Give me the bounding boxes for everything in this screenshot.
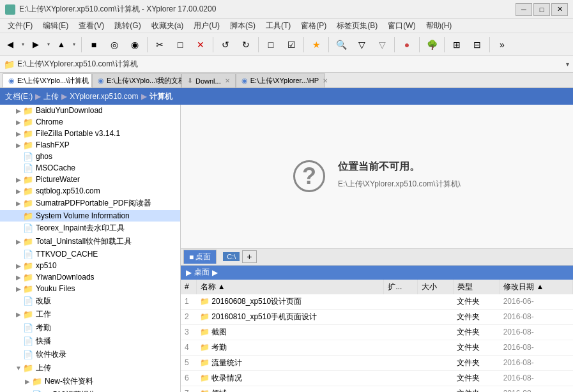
tree-item[interactable]: ▶📁Youku Files (0, 283, 180, 294)
back-button[interactable]: ◀ (3, 36, 18, 54)
tree-item[interactable]: 📄软件收录 (0, 348, 180, 361)
tree-expand[interactable]: ▶ (14, 285, 23, 292)
search-button[interactable]: 🔍 (332, 36, 351, 54)
refresh-button[interactable]: ◎ (105, 36, 124, 54)
filter2-button[interactable]: ▽ (372, 36, 392, 54)
tree-item[interactable]: 📄xp510运营报告 (0, 388, 180, 392)
tree-item[interactable]: ▶📁BaiduYunDownload (0, 105, 180, 116)
tree-expand[interactable]: ▶ (14, 119, 23, 126)
undo-button[interactable]: ↺ (216, 36, 235, 54)
drive-label[interactable]: C:\ (223, 252, 240, 261)
menu-item[interactable]: 窗格(P) (296, 19, 332, 33)
table-row[interactable]: 7📁 领域...文件夹2016-08- (181, 386, 573, 392)
menu-item[interactable]: 窗口(W) (383, 19, 420, 33)
tree-item[interactable]: ▼📁上传 (0, 361, 180, 375)
tree-expand[interactable]: ▶ (14, 130, 23, 137)
forward-dropdown[interactable]: ▾ (44, 36, 53, 54)
tab-2[interactable]: ⬇ Downl... ✕ (181, 73, 236, 87)
up-dropdown[interactable]: ▾ (70, 36, 79, 54)
pie-button[interactable]: ● (397, 36, 416, 54)
tree-expand[interactable]: ▶ (14, 262, 23, 269)
table-row[interactable]: 6📁 收录情况文件夹2016-08- (181, 370, 573, 386)
table-row[interactable]: 4📁 考勤文件夹2016-08- (181, 340, 573, 355)
tree-item[interactable]: ▶📁PictureWater (0, 174, 180, 185)
add-panel-button[interactable]: + (242, 250, 256, 263)
tree-item[interactable]: 📁System Volume Information (0, 210, 180, 222)
tree-item[interactable]: ▶📁SumatraPDFPortable_PDF阅读器 (0, 197, 180, 210)
menu-item[interactable]: 文件(F) (3, 19, 38, 33)
tab-1[interactable]: ◉ E:\上传\XYplo...\我的文档 ✕ (92, 73, 181, 87)
col-type[interactable]: 类型 (453, 280, 499, 294)
forward-button[interactable]: ▶ (28, 36, 43, 54)
tree-item[interactable]: 📄TTKVOD_CACHE (0, 248, 180, 260)
tree-expand[interactable]: ▶ (14, 188, 23, 195)
back-dropdown[interactable]: ▾ (19, 36, 27, 54)
col-ext[interactable]: 扩... (384, 280, 418, 294)
menu-item[interactable]: 用户(U) (188, 19, 225, 33)
col-size[interactable]: 大小 (418, 280, 454, 294)
redo-button[interactable]: ↻ (236, 36, 256, 54)
tab-close-2[interactable]: ✕ (225, 77, 230, 84)
tree-item[interactable]: ▶📁FlashFXP (0, 139, 180, 151)
tree-item[interactable]: ▶📁工作 (0, 308, 180, 321)
more-button[interactable]: » (493, 36, 512, 54)
copy-button[interactable]: □ (171, 36, 190, 54)
desktop-tab[interactable]: ■ 桌面 (183, 250, 217, 264)
tree-expand[interactable]: ▶ (14, 274, 23, 281)
col-name[interactable]: 名称 ▲ (196, 280, 384, 294)
tree-expand[interactable]: ▶ (14, 200, 23, 207)
tree-item[interactable]: 📄快播 (0, 335, 180, 348)
breadcrumb-part-0[interactable]: 文档(E:) (5, 91, 33, 102)
tree-item[interactable]: 📄改版 (0, 294, 180, 308)
tree-expand[interactable]: ▶ (14, 238, 23, 245)
maximize-button[interactable]: □ (533, 3, 550, 16)
delete-button[interactable]: ✕ (191, 36, 210, 54)
tab-3[interactable]: ◉ E:\上传\XYplorer...\HP ✕ (236, 73, 325, 87)
tree-item[interactable]: ▶📁sqtblog.xp510.com (0, 185, 180, 197)
tab-close-3[interactable]: ✕ (323, 77, 328, 84)
favorite-button[interactable]: ★ (307, 36, 326, 54)
menu-item[interactable]: 工具(T) (261, 19, 296, 33)
tree-item[interactable]: 📄ghos (0, 151, 180, 162)
menu-item[interactable]: 查看(V) (73, 19, 109, 33)
new-folder-button[interactable]: □ (261, 36, 280, 54)
check-button[interactable]: ☑ (282, 36, 301, 54)
tree-expand[interactable]: ▶ (14, 142, 23, 149)
tree-item[interactable]: ▶📁Chrome (0, 116, 180, 128)
tab-0[interactable]: ◉ E:\上传\XYplo...\计算机 ✕ (3, 73, 92, 87)
tree-item[interactable]: 📄Teorex_Inpaint去水印工具 (0, 222, 180, 235)
merge-button[interactable]: ⊟ (468, 36, 487, 54)
minimize-button[interactable]: ─ (516, 3, 532, 16)
table-row[interactable]: 2📁 20160810_xp510手机页面设计文件夹2016-08- (181, 309, 573, 324)
tree-expand[interactable]: ▶ (14, 107, 23, 114)
tree-item[interactable]: ▶📁xp510 (0, 260, 180, 271)
location-button[interactable]: ■ (84, 36, 103, 54)
menu-item[interactable]: 标签页集(B) (332, 19, 383, 33)
tree-item[interactable]: ▶📁Total_Uninstall软件卸载工具 (0, 235, 180, 248)
breadcrumb-part-3[interactable]: 计算机 (149, 91, 172, 102)
table-row[interactable]: 3📁 截图文件夹2016-08- (181, 324, 573, 340)
col-date[interactable]: 修改日期 ▲ (500, 280, 573, 294)
menu-item[interactable]: 收藏夹(a) (146, 19, 189, 33)
address-dropdown[interactable]: ▾ (566, 61, 569, 68)
tree-item[interactable]: ▶📁FileZilla Portable v3.14.1 (0, 128, 180, 139)
filter-button[interactable]: ▽ (352, 36, 371, 54)
breadcrumb-part-2[interactable]: XYplorer.xp510.com (70, 92, 138, 101)
menu-item[interactable]: 编辑(E) (38, 19, 73, 33)
col-num[interactable]: # (181, 280, 196, 294)
close-button[interactable]: ✕ (551, 3, 568, 16)
tree-item[interactable]: 📄考勤 (0, 321, 180, 335)
breadcrumb-part-1[interactable]: 上传 (43, 91, 59, 102)
tree-item[interactable]: ▶📁YiwanDownloads (0, 271, 180, 283)
table-row[interactable]: 5📁 流量统计文件夹2016-08- (181, 355, 573, 370)
tree-expand[interactable]: ▶ (14, 176, 23, 183)
cut-button[interactable]: ✂ (150, 36, 169, 54)
tree-button[interactable]: 🌳 (422, 36, 441, 54)
menu-item[interactable]: 脚本(S) (225, 19, 261, 33)
tree-expand[interactable]: ▼ (14, 365, 23, 372)
tree-expand[interactable]: ▶ (14, 311, 23, 318)
history-button[interactable]: ◉ (125, 36, 144, 54)
up-button[interactable]: ▲ (54, 36, 69, 54)
table-row[interactable]: 1📁 20160608_xp510设计页面文件夹2016-06- (181, 294, 573, 310)
split-button[interactable]: ⊞ (447, 36, 466, 54)
